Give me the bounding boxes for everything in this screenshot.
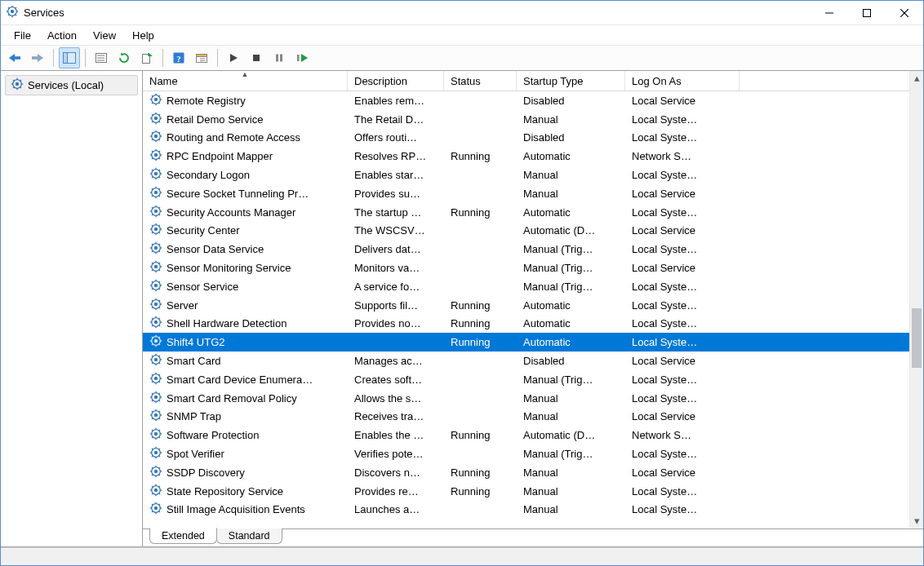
properties-button[interactable] (91, 47, 112, 69)
tab-standard[interactable]: Standard (216, 528, 282, 544)
menu-view[interactable]: View (87, 28, 122, 43)
service-row[interactable]: Shift4 UTG2RunningAutomaticLocal Syste… (143, 333, 923, 352)
service-startup-type: Automatic (517, 206, 625, 219)
tab-extended[interactable]: Extended (149, 528, 217, 544)
svg-line-160 (158, 307, 160, 308)
service-row[interactable]: RPC Endpoint MapperResolves RP…RunningAu… (143, 147, 923, 166)
column-header-status[interactable]: Status (444, 71, 517, 91)
service-row[interactable]: Sensor Data ServiceDelivers dat…Manual (… (143, 240, 923, 259)
service-description: The startup … (348, 206, 444, 219)
column-header-description[interactable]: Description (348, 71, 444, 91)
service-logon-as: Local Syste… (625, 281, 740, 293)
start-service-button[interactable] (223, 47, 244, 69)
svg-line-59 (152, 114, 153, 116)
scroll-down-arrow-icon[interactable]: ▾ (910, 514, 923, 528)
service-row[interactable]: Smart Card Removal PolicyAllows the s…Ma… (143, 389, 923, 408)
service-name-cell: State Repository Service (143, 484, 348, 499)
svg-point-114 (154, 228, 158, 231)
svg-line-121 (152, 232, 153, 234)
svg-point-254 (154, 488, 158, 491)
service-row[interactable]: Spot VerifierVerifies pote…Manual (Trig…… (143, 444, 923, 463)
column-header-startup-type[interactable]: Startup Type (517, 71, 625, 91)
column-header-logon-as[interactable]: Log On As (625, 71, 740, 91)
service-row[interactable]: Shell Hardware DetectionProvides no…Runn… (143, 315, 923, 334)
svg-point-234 (154, 451, 158, 454)
service-name: Secondary Logon (167, 169, 250, 181)
service-row[interactable]: ServerSupports fil…RunningAutomaticLocal… (143, 296, 923, 315)
service-name-cell: Smart Card Device Enumera… (143, 372, 348, 387)
vertical-scrollbar[interactable]: ▴ ▾ (909, 71, 923, 528)
refresh-button[interactable] (113, 47, 135, 69)
column-headers: Name ▲ Description Status Startup Type L… (143, 71, 923, 91)
svg-line-212 (158, 393, 160, 395)
svg-line-240 (158, 455, 160, 457)
nav-forward-button[interactable] (27, 47, 48, 69)
service-row[interactable]: Security CenterThe WSCSV…Automatic (D…Lo… (143, 222, 923, 241)
service-name: SNMP Trap (167, 410, 221, 422)
service-row[interactable]: Smart Card Device Enumera…Creates soft…M… (143, 370, 923, 389)
export-list-button[interactable] (136, 47, 158, 69)
svg-line-129 (152, 244, 153, 245)
minimize-button[interactable] (811, 1, 848, 25)
service-name-cell: RPC Endpoint Mapper (143, 148, 348, 164)
service-startup-type: Manual (517, 467, 625, 479)
service-name: Spot Verifier (167, 448, 224, 460)
menu-file[interactable]: File (7, 28, 38, 43)
svg-line-102 (158, 188, 160, 190)
service-name-cell: SNMP Trap (143, 409, 348, 424)
service-row[interactable]: Remote RegistryEnables rem…DisabledLocal… (143, 91, 923, 110)
show-hide-tree-button[interactable] (59, 47, 80, 69)
menu-action[interactable]: Action (41, 28, 83, 43)
svg-line-202 (158, 374, 160, 376)
menu-help[interactable]: Help (126, 28, 161, 43)
tree-node-services-local[interactable]: Services (Local) (5, 75, 138, 95)
svg-line-52 (158, 95, 160, 97)
service-startup-type: Manual (517, 503, 625, 515)
services-list-body[interactable]: Remote RegistryEnables rem…DisabledLocal… (143, 91, 923, 528)
svg-point-264 (154, 506, 158, 510)
service-row[interactable]: Still Image Acquisition EventsLaunches a… (143, 501, 923, 520)
service-row[interactable]: Sensor Monitoring ServiceMonitors va…Man… (143, 259, 923, 277)
toolbar-misc-button[interactable] (191, 47, 212, 69)
svg-line-251 (152, 474, 153, 475)
maximize-button[interactable] (848, 1, 886, 25)
services-window: Services File Action View Help ? (0, 0, 924, 566)
service-row[interactable]: Secondary LogonEnables star…ManualLocal … (143, 166, 923, 184)
column-header-name[interactable]: Name ▲ (143, 71, 348, 91)
svg-line-72 (158, 132, 160, 134)
service-row[interactable]: Smart CardManages ac…DisabledLocal Servi… (143, 352, 923, 370)
stop-service-button[interactable] (246, 47, 267, 69)
service-row[interactable]: Software ProtectionEnables the …RunningA… (143, 426, 923, 444)
svg-point-194 (154, 377, 158, 380)
svg-line-201 (152, 381, 153, 382)
gear-icon (149, 353, 162, 369)
restart-service-button[interactable] (291, 47, 313, 69)
service-row[interactable]: Secure Socket Tunneling Pr…Provides su…M… (143, 184, 923, 203)
gear-icon (149, 391, 162, 406)
service-row[interactable]: Routing and Remote AccessOffers routi…Di… (143, 129, 923, 148)
gear-icon (149, 130, 162, 145)
service-status: Running (444, 485, 517, 497)
svg-point-34 (16, 82, 19, 86)
service-row[interactable]: SSDP DiscoveryDiscovers n…RunningManualL… (143, 463, 923, 482)
service-row[interactable]: Security Accounts ManagerThe startup …Ru… (143, 203, 923, 222)
nav-back-button[interactable] (4, 47, 25, 69)
close-button[interactable] (886, 1, 923, 25)
help-button[interactable]: ? (168, 47, 189, 69)
service-row[interactable]: Sensor ServiceA service fo…Manual (Trig…… (143, 277, 923, 296)
service-name-cell: Retail Demo Service (143, 112, 348, 127)
pause-service-button[interactable] (269, 47, 290, 69)
service-logon-as: Local Service (625, 410, 740, 422)
service-logon-as: Local Service (625, 188, 740, 200)
service-description: Creates soft… (348, 374, 444, 386)
service-row[interactable]: State Repository ServiceProvides re…Runn… (143, 482, 923, 501)
service-row[interactable]: Retail Demo ServiceThe Retail D…ManualLo… (143, 110, 923, 129)
service-name-cell: Secure Socket Tunneling Pr… (143, 186, 348, 201)
console-tree: Services (Local) (1, 71, 143, 546)
scrollbar-thumb[interactable] (912, 308, 922, 369)
svg-line-162 (158, 300, 160, 302)
scroll-up-arrow-icon[interactable]: ▴ (910, 71, 923, 85)
service-description: Enables rem… (348, 95, 444, 107)
service-row[interactable]: SNMP TrapReceives tra…ManualLocal Servic… (143, 408, 923, 427)
scrollbar-track[interactable] (910, 85, 923, 514)
